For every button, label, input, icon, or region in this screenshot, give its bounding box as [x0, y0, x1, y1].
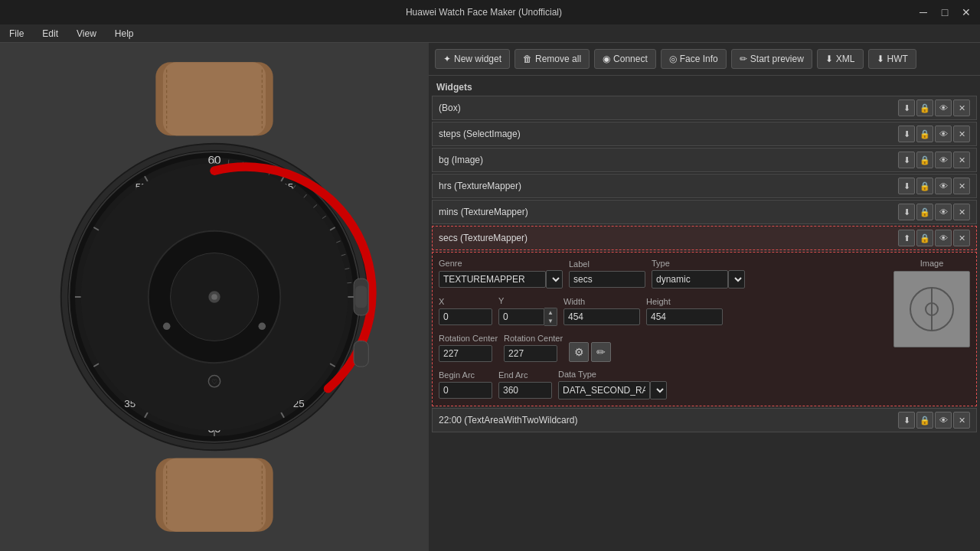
rotation-buttons: ⚙ ✏ [569, 342, 611, 362]
svg-rect-5 [163, 458, 266, 532]
begin-arc-input[interactable] [439, 382, 492, 399]
list-item[interactable]: steps (SelectImage) ⬇ 🔒 👁 ✕ [432, 122, 977, 146]
widget-lock-button[interactable]: 🔒 [916, 126, 933, 142]
title-bar: Huawei Watch Face Maker (Unofficial) ─ □… [0, 0, 980, 24]
height-label: Height [646, 297, 723, 306]
y-increment-button[interactable]: ▲ [544, 308, 557, 317]
label-input[interactable] [569, 271, 645, 288]
maximize-button[interactable]: □ [937, 5, 952, 20]
rotation-center-y-input[interactable] [504, 345, 557, 362]
x-input[interactable] [439, 308, 492, 325]
window-title: Huawei Watch Face Maker (Unofficial) [52, 7, 916, 18]
data-type-label: Data Type [558, 370, 667, 379]
widget-name: secs (TextureMapper) [439, 233, 898, 243]
rotation-center-x-input[interactable] [439, 345, 492, 362]
widget-lock-button[interactable]: 🔒 [916, 152, 933, 168]
menu-file[interactable]: File [6, 27, 27, 41]
widget-eye-button[interactable]: 👁 [935, 230, 952, 246]
start-preview-button[interactable]: ✏ Start preview [731, 49, 812, 69]
face-info-icon: ◎ [669, 54, 677, 64]
height-input[interactable] [646, 308, 723, 325]
widget-download-button[interactable]: ⬇ [898, 412, 915, 429]
widget-download-button[interactable]: ⬇ [898, 152, 915, 168]
title-bar-controls: ─ □ ✕ [916, 5, 974, 20]
right-panel: ✦ New widget 🗑 Remove all ◉ Connect ◎ Fa… [429, 43, 980, 551]
type-select[interactable]: ▼ [728, 270, 745, 289]
list-item[interactable]: bg (Image) ⬇ 🔒 👁 ✕ [432, 148, 977, 172]
widget-download-button[interactable]: ⬇ [898, 99, 915, 116]
widget-name: (Box) [439, 103, 898, 113]
svg-text:♡: ♡ [211, 378, 217, 386]
connect-icon: ◉ [603, 54, 610, 64]
width-label: Width [564, 297, 640, 306]
end-arc-input[interactable] [498, 382, 552, 399]
widget-actions: ⬆ 🔒 👁 ✕ [898, 230, 970, 246]
widget-actions: ⬇ 🔒 👁 ✕ [898, 178, 970, 194]
svg-point-54 [211, 294, 217, 300]
xml-button[interactable]: ⬇ XML [817, 49, 864, 69]
widget-close-button[interactable]: ✕ [953, 126, 970, 142]
list-item[interactable]: mins (TextureMapper) ⬇ 🔒 👁 ✕ [432, 200, 977, 224]
type-label: Type [652, 259, 745, 268]
widget-download-button[interactable]: ⬇ [898, 204, 915, 220]
widget-lock-button[interactable]: 🔒 [916, 412, 933, 429]
menu-edit[interactable]: Edit [39, 27, 61, 41]
widget-close-button[interactable]: ✕ [953, 412, 970, 429]
list-item[interactable]: secs (TextureMapper) ⬆ 🔒 👁 ✕ [432, 226, 977, 250]
data-type-select[interactable]: ▼ [650, 381, 667, 399]
begin-arc-label: Begin Arc [439, 370, 492, 380]
widget-eye-button[interactable]: 👁 [935, 99, 952, 116]
menu-view[interactable]: View [74, 27, 100, 41]
type-input[interactable] [652, 270, 728, 289]
widget-eye-button[interactable]: 👁 [935, 412, 952, 429]
widget-eye-button[interactable]: 👁 [935, 178, 952, 194]
widget-download-button[interactable]: ⬇ [898, 178, 915, 194]
widget-close-button[interactable]: ✕ [953, 204, 970, 220]
widget-lock-button[interactable]: 🔒 [916, 230, 933, 246]
widget-download-button[interactable]: ⬇ [898, 126, 915, 142]
trash-icon: 🗑 [523, 54, 532, 64]
pencil-icon: ✏ [740, 54, 747, 64]
hwt-button[interactable]: ⬇ HWT [868, 49, 916, 69]
widget-close-button[interactable]: ✕ [953, 178, 970, 194]
list-item[interactable]: (Box) ⬇ 🔒 👁 ✕ [432, 96, 977, 120]
widget-eye-button[interactable]: 👁 [935, 152, 952, 168]
widget-name: mins (TextureMapper) [439, 207, 898, 217]
genre-select[interactable]: ▼ [546, 270, 563, 289]
widget-actions: ⬇ 🔒 👁 ✕ [898, 152, 970, 168]
widget-eye-button[interactable]: 👁 [935, 204, 952, 220]
widget-lock-button[interactable]: 🔒 [916, 204, 933, 220]
close-button[interactable]: ✕ [959, 5, 974, 20]
watch-panel: 60 05 15 20 25 30 35 40 45 55 [0, 43, 429, 551]
widget-name: 22:00 (TextAreaWithTwoWildcard) [439, 415, 898, 425]
svg-rect-1 [163, 62, 266, 135]
data-type-input[interactable] [558, 381, 650, 399]
y-input[interactable] [498, 308, 544, 325]
widget-close-button[interactable]: ✕ [953, 230, 970, 246]
label-label: Label [569, 259, 645, 269]
widget-lock-button[interactable]: 🔒 [916, 99, 933, 116]
width-input[interactable] [564, 308, 640, 325]
image-thumbnail[interactable] [893, 271, 970, 347]
y-decrement-button[interactable]: ▼ [544, 317, 557, 325]
genre-input[interactable] [439, 271, 546, 288]
widget-close-button[interactable]: ✕ [953, 99, 970, 116]
list-item[interactable]: 22:00 (TextAreaWithTwoWildcard) ⬇ 🔒 👁 ✕ [432, 408, 977, 432]
face-info-button[interactable]: ◎ Face Info [661, 49, 727, 69]
menu-help[interactable]: Help [112, 27, 137, 41]
rotation-gear-button[interactable]: ⚙ [569, 342, 589, 362]
remove-all-button[interactable]: 🗑 Remove all [514, 49, 590, 69]
image-panel: Image [893, 259, 970, 347]
minimize-button[interactable]: ─ [916, 5, 931, 20]
main-content: 60 05 15 20 25 30 35 40 45 55 [0, 43, 980, 551]
new-widget-button[interactable]: ✦ New widget [435, 49, 510, 69]
widget-upload-button[interactable]: ⬆ [898, 230, 915, 246]
widget-actions: ⬇ 🔒 👁 ✕ [898, 412, 970, 429]
widget-lock-button[interactable]: 🔒 [916, 178, 933, 194]
connect-button[interactable]: ◉ Connect [594, 49, 656, 69]
rotation-pencil-button[interactable]: ✏ [591, 342, 611, 362]
widget-eye-button[interactable]: 👁 [935, 126, 952, 142]
widget-close-button[interactable]: ✕ [953, 152, 970, 168]
list-item[interactable]: hrs (TextureMapper) ⬇ 🔒 👁 ✕ [432, 174, 977, 198]
widget-name: hrs (TextureMapper) [439, 181, 898, 191]
